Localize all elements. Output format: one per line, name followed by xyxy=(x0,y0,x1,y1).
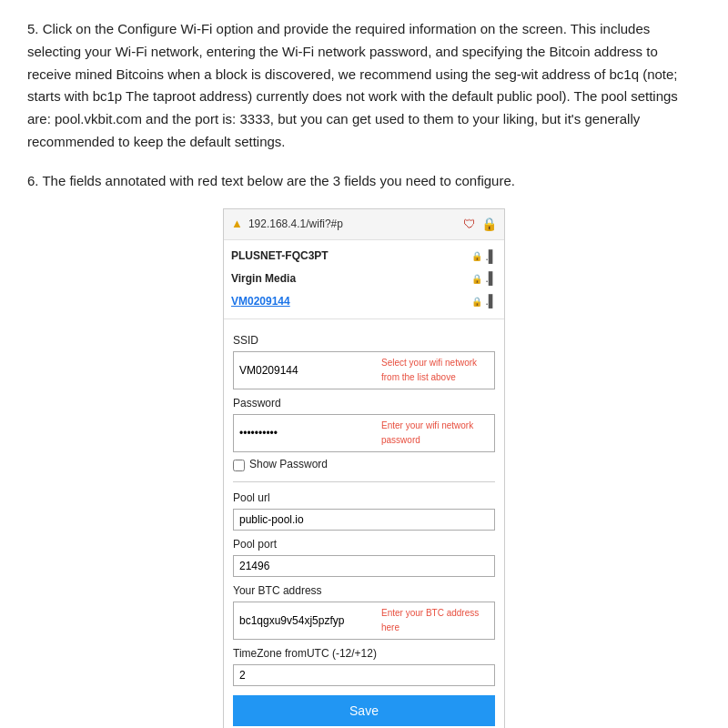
btc-address-label: Your BTC address xyxy=(233,582,495,600)
btc-address-input-row[interactable]: Enter your BTC address here xyxy=(233,602,495,640)
password-label: Password xyxy=(233,395,495,412)
address-bar: ▲ 192.168.4.1/wifi?#p 🛡 🔒 xyxy=(224,209,504,239)
divider xyxy=(233,481,495,482)
lock-icon-vm: 🔒 xyxy=(471,295,482,309)
wifi-form: SSID Select your wifi network from the l… xyxy=(224,319,504,728)
shield-icon: 🛡 xyxy=(463,214,476,234)
lock-icon-virgin: 🔒 xyxy=(471,272,482,287)
password-hint: Enter your wifi network password xyxy=(381,419,489,448)
show-password-checkbox[interactable] xyxy=(233,460,245,471)
signal-area-virgin: 🔒 .▌ xyxy=(471,269,497,288)
network-name-virgin: Virgin Media xyxy=(231,270,296,288)
person-icon: 🔒 xyxy=(481,214,497,234)
password-input[interactable] xyxy=(239,427,376,440)
show-password-row[interactable]: Show Password xyxy=(233,456,495,473)
ssid-input-row[interactable]: Select your wifi network from the list a… xyxy=(233,351,495,389)
ssid-hint: Select your wifi network from the list a… xyxy=(381,356,489,385)
network-item-plusnet: PLUSNET-FQC3PT 🔒 .▌ xyxy=(231,246,497,268)
timezone-input[interactable] xyxy=(239,669,489,682)
ssid-input[interactable] xyxy=(239,364,376,377)
network-list: PLUSNET-FQC3PT 🔒 .▌ Virgin Media 🔒 .▌ VM… xyxy=(224,240,504,319)
signal-icon-vm: .▌ xyxy=(485,292,497,311)
pool-port-input[interactable] xyxy=(239,560,489,572)
show-password-label: Show Password xyxy=(249,456,328,473)
step6-label: 6. The fields annotated with red text be… xyxy=(27,170,701,193)
network-name-plusnet: PLUSNET-FQC3PT xyxy=(231,248,329,265)
signal-icon-virgin: .▌ xyxy=(485,269,497,288)
network-item-virgin: Virgin Media 🔒 .▌ xyxy=(231,268,497,290)
pool-url-label: Pool url xyxy=(233,490,495,507)
warning-icon: ▲ xyxy=(231,215,243,234)
signal-area-plusnet: 🔒 .▌ xyxy=(471,248,497,267)
btc-address-hint: Enter your BTC address here xyxy=(381,606,489,635)
network-name-vm[interactable]: VM0209144 xyxy=(231,293,290,310)
pool-port-label: Pool port xyxy=(233,536,495,553)
save-button[interactable]: Save xyxy=(233,695,495,726)
ssid-label: SSID xyxy=(233,332,495,349)
timezone-input-row[interactable] xyxy=(233,664,495,686)
wifi-configuration-panel: ▲ 192.168.4.1/wifi?#p 🛡 🔒 PLUSNET-FQC3PT… xyxy=(223,208,505,728)
signal-icon-plusnet: .▌ xyxy=(485,248,497,267)
signal-area-vm: 🔒 .▌ xyxy=(471,292,497,311)
btc-address-input[interactable] xyxy=(239,614,376,627)
step5-text: 5. Click on the Configure Wi-Fi option a… xyxy=(27,18,701,154)
pool-url-input-row[interactable] xyxy=(233,509,495,531)
network-item-vm[interactable]: VM0209144 🔒 .▌ xyxy=(231,290,497,313)
address-text: 192.168.4.1/wifi?#p xyxy=(248,216,458,233)
password-input-row[interactable]: Enter your wifi network password xyxy=(233,414,495,452)
pool-port-input-row[interactable] xyxy=(233,555,495,577)
timezone-label: TimeZone fromUTC (-12/+12) xyxy=(233,645,495,662)
pool-url-input[interactable] xyxy=(239,513,489,526)
lock-icon-plusnet: 🔒 xyxy=(471,249,482,264)
